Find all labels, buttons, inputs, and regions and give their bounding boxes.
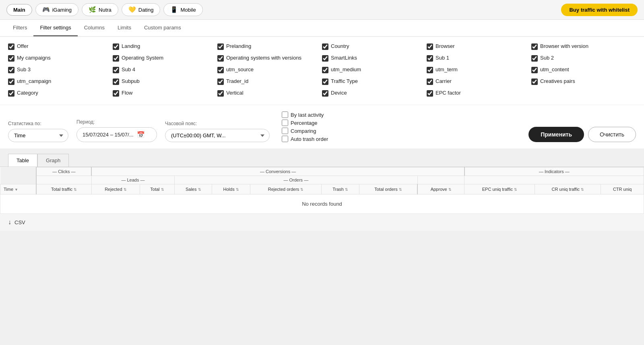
checkbox-item: My campaigns [8, 53, 113, 63]
checkbox-input-my-campaigns[interactable] [8, 55, 14, 62]
checkbox-label: Category [17, 90, 38, 97]
col-time[interactable]: Time ▼ [0, 184, 37, 194]
checkbox-input-vertical[interactable] [217, 90, 224, 97]
checkbox-label: Trader_id [226, 78, 248, 85]
check-percentage[interactable]: Percentage [282, 120, 328, 126]
checkbox-item: Browser [427, 41, 531, 52]
view-tab-graph[interactable]: Graph [37, 154, 69, 167]
checkbox-input-trader_id[interactable] [217, 79, 224, 85]
checkbox-input-sub-1[interactable] [427, 55, 433, 62]
checkbox-label: Carrier [436, 78, 452, 85]
apply-button[interactable]: Применить [528, 127, 584, 142]
col-total-orders[interactable]: Total orders ⇅ [359, 184, 418, 194]
checkbox-label: Landing [122, 43, 140, 50]
check-by-last-activity[interactable]: By last activity [282, 112, 328, 118]
checkbox-label: Sub 3 [17, 66, 31, 73]
checkbox-label: utm_campaign [17, 78, 51, 85]
check-by-last-activity-input[interactable] [282, 112, 288, 118]
check-percentage-input[interactable] [282, 120, 288, 126]
stats-label: Статистика по: [8, 121, 68, 126]
checkbox-input-subpub[interactable] [113, 79, 119, 85]
checkbox-input-offer[interactable] [8, 43, 14, 50]
view-tab-table[interactable]: Table [8, 154, 37, 167]
check-auto-trash-input[interactable] [282, 136, 288, 142]
side-checkboxes: By last activity Percentage Comparing Au… [282, 112, 328, 142]
tab-filters[interactable]: Filters [6, 20, 33, 36]
checkbox-input-utm_source[interactable] [217, 67, 224, 73]
col-approve[interactable]: Approve ⇅ [417, 184, 464, 194]
checkbox-label: utm_medium [331, 66, 361, 73]
csv-download-icon: ↓ [8, 219, 11, 226]
tab-filter-settings[interactable]: Filter settings [33, 20, 77, 36]
col-holds[interactable]: Holds ⇅ [212, 184, 250, 194]
checkbox-input-sub-4[interactable] [113, 67, 119, 73]
period-input[interactable]: 15/07/2024 – 15/07/... 📅 [76, 127, 157, 142]
col-trash[interactable]: Trash ⇅ [322, 184, 359, 194]
checkbox-input-country[interactable] [322, 43, 328, 50]
col-epc-uniq-traffic[interactable]: EPC uniq traffic ⇅ [464, 184, 535, 194]
checkbox-input-traffic-type[interactable] [322, 79, 328, 85]
checkbox-input-operating-systems-with-versions[interactable] [217, 55, 224, 62]
checkbox-input-sub-3[interactable] [8, 67, 14, 73]
col-rejected-orders[interactable]: Rejected orders ⇅ [250, 184, 322, 194]
dating-icon: 💛 [128, 6, 136, 13]
checkbox-input-smartlinks[interactable] [322, 55, 328, 62]
nav-tab-nutra[interactable]: 🌿 Nutra [82, 3, 118, 16]
checkbox-item: Traffic Type [322, 76, 427, 87]
check-auto-trash[interactable]: Auto trash order [282, 136, 328, 142]
checkbox-input-device[interactable] [322, 90, 328, 97]
checkbox-input-creatives-pairs[interactable] [531, 79, 538, 85]
buy-traffic-label: Buy traffic with whitelist [569, 7, 630, 13]
checkbox-grid: OfferLandingPrelandingCountryBrowserBrow… [0, 37, 644, 105]
sub-header-indicators-inner [464, 176, 644, 184]
checkbox-input-flow[interactable] [113, 90, 119, 97]
checkbox-item: utm_term [427, 65, 531, 75]
tab-limits[interactable]: Limits [111, 20, 138, 36]
sort-cr-uniq-traffic-icon: ⇅ [581, 188, 584, 192]
checkbox-input-utm_content[interactable] [531, 67, 538, 73]
checkbox-input-utm_campaign[interactable] [8, 79, 14, 85]
group-header-clicks: — Clicks — [36, 167, 91, 176]
tab-columns[interactable]: Columns [78, 20, 111, 36]
checkbox-item: Sub 1 [427, 53, 531, 63]
checkbox-input-utm_medium[interactable] [322, 67, 328, 73]
clear-button[interactable]: Очистить [588, 127, 636, 142]
checkbox-label: utm_source [226, 66, 254, 73]
stats-select[interactable]: Time [8, 129, 68, 142]
group-header-conversions: — Conversions — [91, 167, 464, 176]
checkbox-input-carrier[interactable] [427, 79, 433, 85]
sort-total-orders-icon: ⇅ [399, 188, 402, 192]
filter-controls: Статистика по: Time Период: 15/07/2024 –… [0, 105, 644, 149]
checkbox-input-sub-2[interactable] [531, 55, 538, 62]
checkbox-input-category[interactable] [8, 90, 14, 97]
checkbox-input-landing[interactable] [113, 43, 119, 50]
col-total-traffic[interactable]: Total traffic ⇅ [36, 184, 91, 194]
checkbox-input-operating-system[interactable] [113, 55, 119, 62]
nav-tab-mobile[interactable]: 📱 Mobile [163, 3, 202, 16]
check-comparing-input[interactable] [282, 128, 288, 134]
nav-tab-main[interactable]: Main [6, 4, 32, 16]
col-ctr-uniq[interactable]: CTR uniq [601, 184, 644, 194]
check-by-last-activity-label: By last activity [291, 112, 324, 118]
nav-tab-dating[interactable]: 💛 Dating [122, 3, 161, 16]
checkbox-input-utm_term[interactable] [427, 67, 433, 73]
timezone-select[interactable]: (UTC±00:00) GMT, W... [165, 129, 270, 142]
check-auto-trash-label: Auto trash order [291, 136, 328, 142]
tab-custom-params[interactable]: Custom params [138, 20, 188, 36]
check-comparing[interactable]: Comparing [282, 128, 328, 134]
checkbox-input-browser[interactable] [427, 43, 433, 50]
buy-traffic-button[interactable]: Buy traffic with whitelist [561, 4, 638, 16]
checkbox-input-browser-with-version[interactable] [531, 43, 538, 50]
checkbox-input-epc-factor[interactable] [427, 90, 433, 97]
checkbox-label: Traffic Type [331, 78, 358, 85]
csv-export-row[interactable]: ↓ CSV [0, 214, 644, 231]
col-total[interactable]: Total ⇅ [140, 184, 174, 194]
checkbox-item: Trader_id [217, 76, 322, 87]
col-sales[interactable]: Sales ⇅ [175, 184, 212, 194]
col-rejected[interactable]: Rejected ⇅ [91, 184, 140, 194]
checkbox-item: Landing [113, 41, 217, 52]
col-cr-uniq-traffic[interactable]: CR uniq traffic ⇅ [535, 184, 601, 194]
checkbox-input-prelanding[interactable] [217, 43, 224, 50]
checkbox-item: Flow [113, 88, 217, 98]
nav-tab-igaming[interactable]: 🎮 iGaming [35, 3, 78, 16]
